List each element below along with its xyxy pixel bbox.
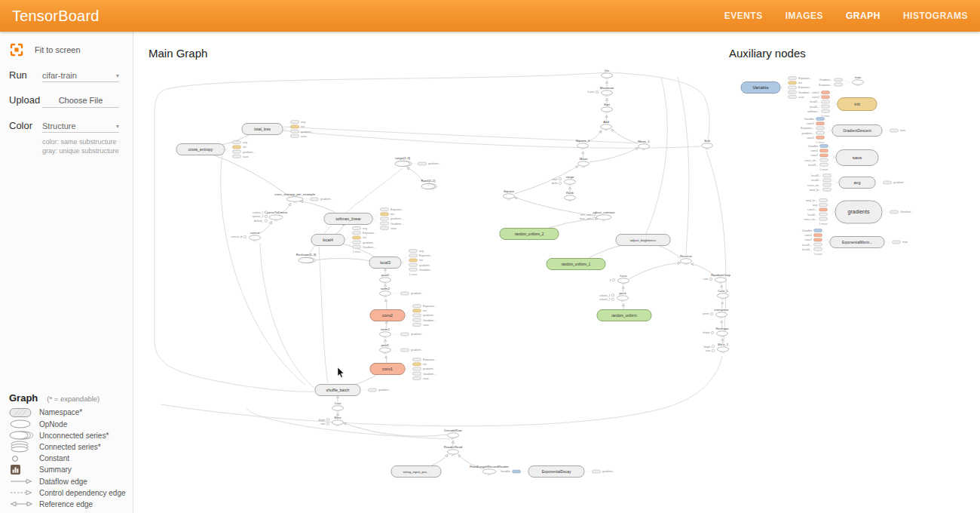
- stub-node-save[interactable]: [413, 376, 421, 379]
- stub-node-conv2[interactable]: [822, 96, 830, 99]
- graph-node-aux_variable[interactable]: VariableExponen...initExponen...Gradient…: [741, 77, 812, 99]
- stub-node-variable[interactable]: [513, 470, 521, 473]
- stub-node-init[interactable]: [789, 81, 797, 84]
- stub-node-conv2[interactable]: [814, 238, 822, 241]
- graph-node-sqrt[interactable]: Sqrt: [602, 103, 613, 114]
- stub-node-init[interactable]: [413, 363, 421, 366]
- stub-node-gradient-[interactable]: [381, 217, 389, 220]
- stub-node-gradient-[interactable]: [233, 150, 241, 153]
- graph-node-aux_train[interactable]: trainGradient...Exponen...: [819, 75, 863, 87]
- graph-node-shuffle_batch[interactable]: shuffle_batchgradient...: [315, 385, 390, 396]
- const-node-y[interactable]: [612, 278, 614, 281]
- graph-node-sub[interactable]: Sub: [702, 139, 713, 150]
- stub-node-conv2[interactable]: [816, 136, 825, 139]
- graph-node-less[interactable]: Lessy: [610, 274, 629, 285]
- stub-node-conv1-[interactable]: [819, 208, 828, 211]
- stub-node-local3-[interactable]: [814, 243, 822, 246]
- graph-node-range13[interactable]: range[1-3]gradient...: [395, 156, 440, 167]
- stub-node-local4-[interactable]: [822, 105, 830, 108]
- stub-node-cross-en-[interactable]: [820, 158, 828, 161]
- stub-node-local4-[interactable]: [819, 213, 828, 216]
- stub-node-gradient-[interactable]: [816, 131, 825, 134]
- graph-node-pack_op[interactable]: packvalues_1values_2: [599, 291, 628, 303]
- stub-node-avg[interactable]: [819, 204, 828, 207]
- stub-node-gradient-[interactable]: [884, 181, 892, 184]
- stub-node-avg[interactable]: [353, 227, 361, 230]
- stub-node-gradient-[interactable]: [789, 91, 797, 94]
- graph-node-local4[interactable]: local4avgExponen...initgradient...Gradie…: [311, 227, 376, 253]
- stub-node-total-lo-[interactable]: [823, 188, 831, 191]
- stub-node-gradient-[interactable]: [418, 162, 427, 165]
- graph-node-adjust_contrast[interactable]: adjust_contrastmin_valumax_valu: [580, 210, 615, 222]
- graph-node-square[interactable]: Square: [504, 189, 515, 201]
- stub-node-gradient-[interactable]: [409, 263, 418, 266]
- stub-node-conv1[interactable]: [816, 122, 825, 125]
- const-node-max-valu[interactable]: [593, 217, 595, 220]
- stub-node-local3-[interactable]: [823, 174, 831, 177]
- stub-node-init[interactable]: [291, 125, 299, 128]
- graph-node-slice1[interactable]: Slice_1beginsize: [704, 343, 729, 354]
- stub-node-train[interactable]: [890, 129, 899, 132]
- stub-node-gradient-[interactable]: [369, 389, 377, 392]
- nav-tab-events[interactable]: EVENTS: [724, 11, 763, 21]
- stub-node-cross-en-[interactable]: [823, 183, 831, 186]
- graph-node-decode[interactable]: DecodeRaw: [444, 429, 462, 440]
- stub-node-exponen-[interactable]: [353, 232, 361, 235]
- graph-node-total_loss[interactable]: total_lossavginitgradient...save: [242, 121, 313, 138]
- fit-to-screen-button[interactable]: Fit to screen: [9, 42, 133, 57]
- graph-node-range_op[interactable]: rangestartdelta: [552, 175, 576, 186]
- stub-node-avg[interactable]: [409, 250, 418, 253]
- graph-node-reader[interactable]: ReaderRead: [444, 445, 463, 456]
- stub-node-cross-en-[interactable]: [819, 217, 828, 220]
- stub-node-conv2[interactable]: [820, 154, 828, 157]
- stub-node-gradient-[interactable]: [311, 198, 319, 201]
- const-node-sparse-2[interactable]: [265, 215, 267, 217]
- graph-node-maximum[interactable]: MaximumConst: [587, 86, 614, 97]
- const-node-begin[interactable]: [712, 346, 714, 348]
- stub-node-exponen-[interactable]: [789, 77, 797, 80]
- stub-node-avg[interactable]: [233, 141, 241, 144]
- const-node-size[interactable]: [326, 422, 329, 425]
- graph-node-aux_gd[interactable]: GradientDescentVariableconv1Exponen...gr…: [801, 118, 905, 144]
- stub-node-gradient-[interactable]: [413, 318, 421, 321]
- graph-node-norm2[interactable]: norm2gradient...: [380, 287, 424, 298]
- graph-node-aux_save[interactable]: saveVariableconv1conv2cross_en...local3.…: [804, 145, 878, 171]
- const-node-values-1[interactable]: [611, 294, 614, 296]
- const-node-delta[interactable]: [559, 182, 561, 184]
- stub-node-gradient-[interactable]: [413, 367, 421, 370]
- graph-node-reshape13[interactable]: Reshape[1-3]: [296, 253, 316, 263]
- stub-node-save[interactable]: [789, 95, 797, 98]
- graph-node-conv1[interactable]: conv1Exponen...initgradient...Gradient..…: [370, 358, 436, 380]
- const-node-begin[interactable]: [326, 419, 329, 421]
- graph-node-adjust_brightness[interactable]: adjust_brightness: [616, 235, 670, 246]
- graph-node-cast[interactable]: Cast: [332, 401, 344, 413]
- stub-node-save[interactable]: [413, 323, 421, 326]
- stub-node-exponen-[interactable]: [413, 305, 421, 308]
- stub-node-variable[interactable]: [820, 145, 828, 148]
- stub-node-init[interactable]: [381, 213, 389, 216]
- graph-node-randomcrop[interactable]: RandomCropsize: [703, 273, 730, 284]
- nav-tab-graph[interactable]: GRAPH: [846, 11, 880, 21]
- graph-node-conv2[interactable]: conv2Exponen...initgradient...Gradient..…: [370, 305, 436, 327]
- const-node-default-[interactable]: [265, 220, 267, 222]
- stub-node-init[interactable]: [413, 309, 421, 312]
- graph-canvas[interactable]: total_lossavginitgradient...savecross_en…: [133, 32, 980, 513]
- stub-node-exponen-[interactable]: [413, 358, 421, 361]
- graph-node-ru0[interactable]: random_uniform: [597, 310, 651, 321]
- stub-node-save[interactable]: [291, 134, 299, 137]
- stub-node-conv1[interactable]: [820, 149, 828, 152]
- graph-node-ru2[interactable]: random_uniform_2: [500, 229, 559, 240]
- graph-node-reshape_r[interactable]: Reshapeshape: [703, 327, 730, 338]
- stub-node-gradient-[interactable]: [409, 268, 418, 271]
- graph-node-local3[interactable]: local3avgExponen...initgradient...Gradie…: [369, 250, 433, 276]
- stub-node-exponen-[interactable]: [789, 86, 797, 89]
- graph-node-slice[interactable]: Slicebeginsize: [319, 416, 344, 427]
- stub-node-local3-[interactable]: [820, 163, 828, 166]
- stub-node-local4-[interactable]: [814, 247, 822, 250]
- stub-node-avg[interactable]: [291, 121, 299, 124]
- stub-node-gradient-[interactable]: [401, 292, 409, 295]
- stub-node-softmax-[interactable]: [822, 109, 830, 112]
- stub-node-init[interactable]: [233, 146, 241, 149]
- graph-node-mean1[interactable]: Mean_1: [638, 140, 650, 151]
- const-node-min-valu[interactable]: [593, 213, 595, 216]
